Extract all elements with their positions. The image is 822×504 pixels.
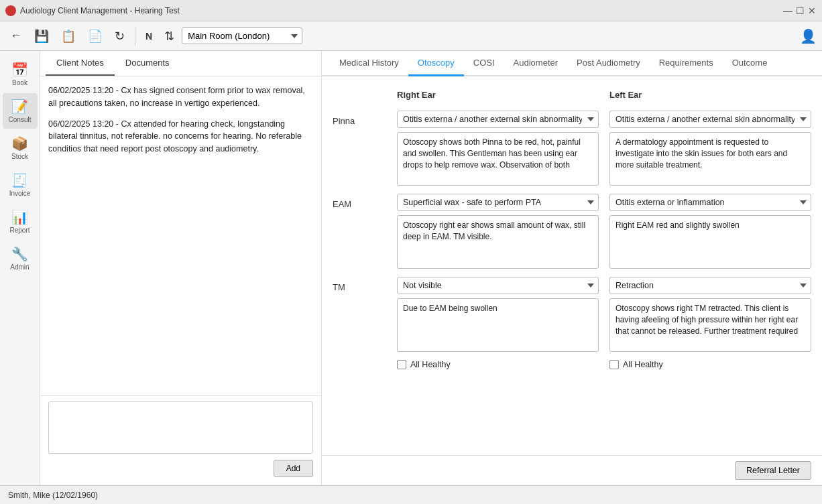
eam-label: EAM	[333, 194, 386, 269]
left-panel: Client Notes Documents 06/02/2025 13:20 …	[40, 51, 322, 485]
tab-post-audiometry[interactable]: Post Audiometry	[567, 51, 650, 76]
status-bar: Smith, Mike (12/02/1960)	[0, 485, 822, 504]
status-text: Smith, Mike (12/02/1960)	[8, 491, 98, 500]
back-button[interactable]: ←	[5, 25, 27, 46]
left-ear-label: Left Ear	[609, 87, 811, 103]
refresh-icon: ↻	[115, 29, 125, 44]
tab-documents[interactable]: Documents	[115, 51, 180, 76]
pinna-right-field: Normal Otitis externa / another external…	[397, 111, 599, 186]
right-ear-label: Right Ear	[397, 87, 599, 103]
eam-right-field: Normal Superficial wax - safe to perform…	[397, 194, 599, 269]
app-icon	[5, 5, 16, 16]
tm-left-textarea[interactable]	[609, 298, 811, 352]
stock-icon: 📦	[11, 135, 28, 151]
save-icon: 💾	[34, 29, 49, 44]
pinna-left-select-wrap: Normal Otitis externa / another external…	[609, 111, 811, 128]
main-layout: 📅 Book 📝 Consult 📦 Stock 🧾 Invoice 📊 Rep…	[0, 51, 822, 485]
pinna-row: Pinna Normal Otitis externa / another ex…	[333, 111, 811, 186]
tab-otoscopy[interactable]: Otoscopy	[408, 51, 464, 76]
tm-label: TM	[333, 277, 386, 352]
tab-requirements[interactable]: Requirements	[650, 51, 723, 76]
referral-letter-button[interactable]: Referral Letter	[735, 461, 811, 480]
add-note-textarea[interactable]	[48, 401, 313, 454]
tab-client-notes[interactable]: Client Notes	[46, 51, 115, 76]
eam-right-select[interactable]: Normal Superficial wax - safe to perform…	[397, 194, 599, 211]
eam-row: EAM Normal Superficial wax - safe to per…	[333, 194, 811, 269]
left-tab-bar: Client Notes Documents	[40, 51, 321, 76]
pinna-left-select[interactable]: Normal Otitis externa / another external…	[609, 111, 811, 128]
book-icon: 📅	[11, 62, 28, 78]
minimize-button[interactable]: —	[783, 6, 792, 15]
sort-icon: ⇅	[164, 29, 174, 44]
maximize-button[interactable]: ☐	[795, 6, 805, 15]
window-controls: — ☐ ✕	[783, 6, 817, 15]
new-consult-button[interactable]: 📋	[56, 25, 80, 47]
close-button[interactable]: ✕	[807, 6, 817, 15]
tm-right-select-wrap: Normal Not visible Retraction Perforatio…	[397, 277, 599, 294]
sidebar-item-consult[interactable]: 📝 Consult	[3, 93, 38, 129]
tm-left-select[interactable]: Normal Not visible Retraction Perforatio…	[609, 277, 811, 294]
document-icon: 📄	[88, 29, 103, 44]
pinna-right-textarea[interactable]	[397, 132, 599, 186]
all-healthy-row: All Healthy All Healthy	[333, 360, 811, 369]
document-button[interactable]: 📄	[83, 25, 107, 47]
sidebar-item-admin[interactable]: 🔧 Admin	[3, 241, 38, 276]
tm-left-field: Normal Not visible Retraction Perforatio…	[609, 277, 811, 352]
left-nav: 📅 Book 📝 Consult 📦 Stock 🧾 Invoice 📊 Rep…	[0, 51, 40, 485]
pinna-left-field: Normal Otitis externa / another external…	[609, 111, 811, 186]
consult-icon: 📝	[11, 99, 28, 115]
all-healthy-left: All Healthy	[609, 360, 811, 369]
user-menu-button[interactable]: 👤	[800, 28, 817, 44]
sidebar-item-stock[interactable]: 📦 Stock	[3, 130, 38, 166]
tm-right-field: Normal Not visible Retraction Perforatio…	[397, 277, 599, 352]
tab-medical-history[interactable]: Medical History	[330, 51, 408, 76]
report-icon: 📊	[11, 209, 28, 225]
refresh-button[interactable]: ↻	[110, 25, 129, 47]
ear-header-row: Right Ear Left Ear	[333, 87, 811, 103]
eam-left-select[interactable]: Normal Superficial wax - safe to perform…	[609, 194, 811, 211]
all-healthy-right-label: All Healthy	[410, 360, 451, 369]
all-healthy-right: All Healthy	[397, 360, 599, 369]
room-select-input[interactable]: Main Room (London) Side Room Online	[182, 27, 302, 44]
eam-left-textarea[interactable]	[609, 215, 811, 269]
tab-audiometer[interactable]: Audiometer	[504, 51, 567, 76]
pinna-label: Pinna	[333, 111, 386, 186]
sidebar-item-invoice[interactable]: 🧾 Invoice	[3, 167, 38, 202]
tm-left-select-wrap: Normal Not visible Retraction Perforatio…	[609, 277, 811, 294]
tm-right-select[interactable]: Normal Not visible Retraction Perforatio…	[397, 277, 599, 294]
admin-icon: 🔧	[11, 246, 28, 262]
toolbar-separator	[135, 27, 135, 46]
note-icon: N	[145, 31, 152, 42]
note-entry-1: 06/02/2025 13:20 - Cx has signed consent…	[48, 84, 313, 110]
all-healthy-left-checkbox[interactable]	[609, 360, 619, 369]
otoscopy-content: Right Ear Left Ear Pinna Normal Otitis e…	[322, 76, 822, 455]
pinna-right-select[interactable]: Normal Otitis externa / another external…	[397, 111, 599, 128]
sort-button[interactable]: ⇅	[160, 25, 179, 47]
note-entry-2: 06/02/2025 13:20 - Cx attended for heari…	[48, 118, 313, 155]
app-title: Audiology Client Management - Hearing Te…	[20, 6, 783, 15]
pinna-left-textarea[interactable]	[609, 132, 811, 186]
add-note-button[interactable]: Add	[274, 460, 313, 477]
all-healthy-left-label: All Healthy	[623, 360, 663, 369]
toolbar: ← 💾 📋 📄 ↻ N ⇅ Main Room (London) Side Ro…	[0, 21, 822, 51]
all-healthy-right-checkbox[interactable]	[397, 360, 406, 369]
sidebar-item-report[interactable]: 📊 Report	[3, 204, 38, 239]
note-button[interactable]: N	[141, 27, 157, 45]
tab-outcome[interactable]: Outcome	[723, 51, 777, 76]
back-icon: ←	[10, 29, 22, 43]
eam-right-select-wrap: Normal Superficial wax - safe to perform…	[397, 194, 599, 211]
eam-right-textarea[interactable]	[397, 215, 599, 269]
title-bar: Audiology Client Management - Hearing Te…	[0, 0, 822, 21]
row-label-spacer	[333, 87, 386, 103]
tm-row: TM Normal Not visible Retraction Perfora…	[333, 277, 811, 352]
notes-area: 06/02/2025 13:20 - Cx has signed consent…	[40, 76, 321, 395]
room-selector: Main Room (London) Side Room Online	[182, 27, 302, 44]
pinna-right-select-wrap: Normal Otitis externa / another external…	[397, 111, 599, 128]
eam-left-select-wrap: Normal Superficial wax - safe to perform…	[609, 194, 811, 211]
save-button[interactable]: 💾	[30, 25, 54, 47]
tm-right-textarea[interactable]	[397, 298, 599, 352]
sidebar-item-book[interactable]: 📅 Book	[3, 56, 38, 92]
referral-row: Referral Letter	[322, 455, 822, 485]
content-area: Client Notes Documents 06/02/2025 13:20 …	[40, 51, 822, 485]
tab-cosi[interactable]: COSI	[464, 51, 504, 76]
